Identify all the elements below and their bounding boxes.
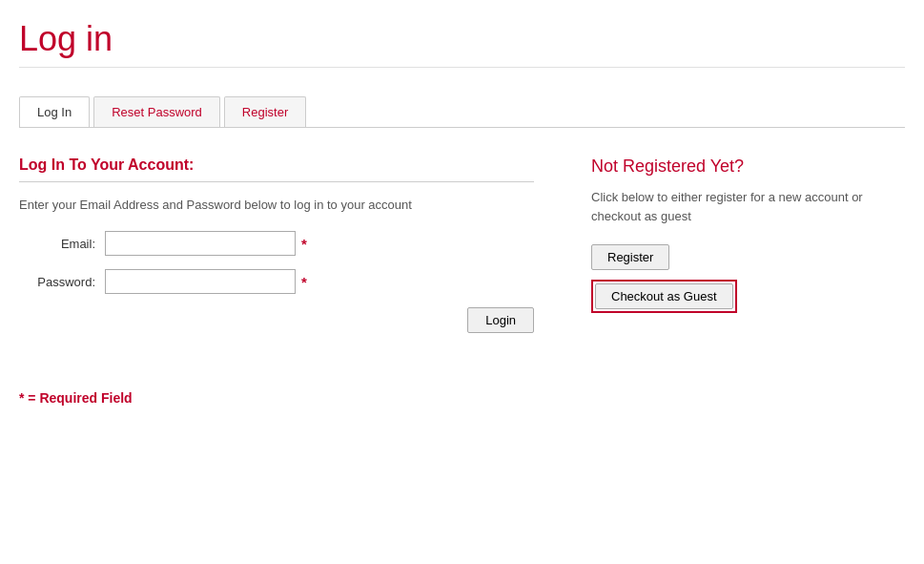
email-required-star: *: [301, 236, 307, 252]
tab-reset-password[interactable]: Reset Password: [93, 96, 220, 127]
password-label: Password:: [19, 275, 95, 289]
password-required-star: *: [301, 274, 307, 290]
login-panel: Log In To Your Account: Enter your Email…: [19, 157, 534, 333]
email-form-group: Email: *: [19, 231, 534, 256]
register-button[interactable]: Register: [591, 244, 669, 270]
login-button[interactable]: Login: [467, 307, 534, 333]
not-registered-title: Not Registered Yet?: [591, 157, 877, 177]
checkout-guest-wrapper: Checkout as Guest: [591, 280, 737, 313]
register-panel: Not Registered Yet? Click below to eithe…: [591, 157, 877, 333]
login-button-row: Login: [19, 307, 534, 333]
required-field-note: * = Required Field: [19, 390, 905, 406]
tab-bar: Log In Reset Password Register: [19, 96, 905, 128]
login-section-title: Log In To Your Account:: [19, 157, 534, 182]
checkout-as-guest-button[interactable]: Checkout as Guest: [595, 283, 733, 309]
page-title: Log in: [19, 0, 905, 68]
tab-login[interactable]: Log In: [19, 96, 90, 127]
email-label: Email:: [19, 237, 95, 251]
password-form-group: Password: *: [19, 269, 534, 294]
email-field[interactable]: [105, 231, 296, 256]
login-description: Enter your Email Address and Password be…: [19, 198, 534, 212]
tab-register[interactable]: Register: [224, 96, 306, 127]
content-area: Log In To Your Account: Enter your Email…: [19, 157, 905, 333]
password-field[interactable]: [105, 269, 296, 294]
not-registered-description: Click below to either register for a new…: [591, 188, 877, 225]
